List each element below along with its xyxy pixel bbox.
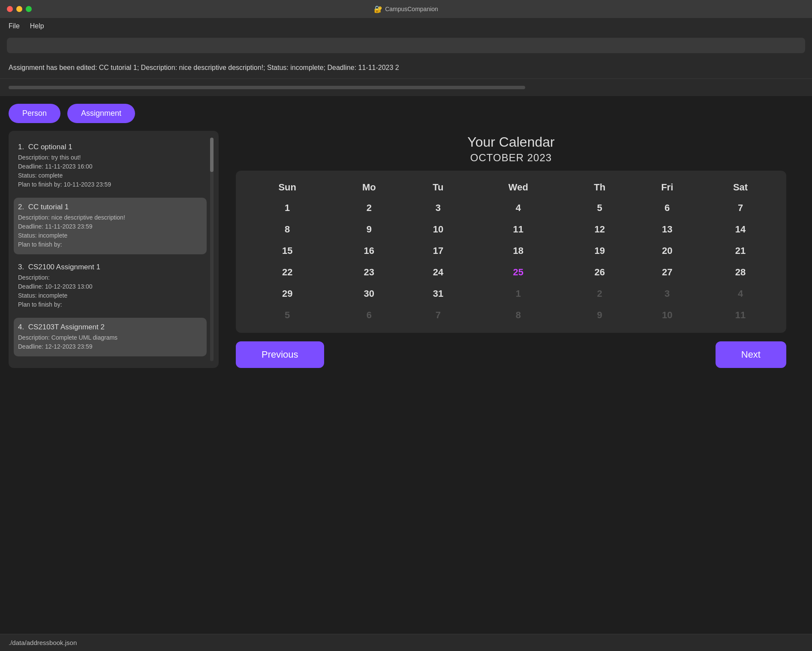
list-item[interactable]: 3. CS2100 Assignment 1 Description: Dead… — [14, 258, 207, 314]
table-row[interactable]: 1 — [243, 197, 332, 219]
table-row: 6 — [332, 304, 406, 326]
table-row[interactable]: 11 — [470, 219, 567, 240]
table-row[interactable]: 3 — [406, 197, 470, 219]
table-row: 10 — [633, 304, 701, 326]
nav-buttons: Previous Next — [236, 333, 786, 368]
table-row: 1 — [470, 283, 567, 304]
status-bar: ./data/addressbook.json — [0, 634, 812, 651]
main-content: 1. CC optional 1 Description: try this o… — [0, 131, 812, 377]
menu-bar: File Help — [0, 18, 812, 34]
next-button[interactable]: Next — [716, 341, 786, 368]
table-row[interactable]: 8 — [243, 219, 332, 240]
close-button[interactable] — [7, 6, 13, 12]
notification-text: Assignment has been edited: CC tutorial … — [9, 64, 399, 72]
item-title: 4. CS2103T Assignment 2 — [18, 323, 202, 332]
item-plan: Plan to finish by: — [18, 300, 202, 309]
table-row[interactable]: 6 — [633, 197, 701, 219]
list-item[interactable]: 2. CC tutorial 1 Description: nice descr… — [14, 198, 207, 254]
table-row: 2 — [566, 283, 633, 304]
table-row[interactable]: 27 — [633, 262, 701, 283]
table-row[interactable]: 24 — [406, 262, 470, 283]
table-row[interactable]: 17 — [406, 240, 470, 262]
table-row[interactable]: 28 — [701, 262, 779, 283]
assignment-button[interactable]: Assignment — [67, 104, 135, 123]
item-description: Description: nice descriptive descriptio… — [18, 213, 202, 222]
item-title: 2. CC tutorial 1 — [18, 203, 202, 211]
calendar-grid: Sun Mo Tu Wed Th Fri Sat 1 2 3 — [236, 171, 786, 333]
vertical-scrollbar[interactable] — [210, 138, 214, 361]
item-deadline: Deadline: 10-12-2023 13:00 — [18, 282, 202, 291]
table-row[interactable]: 22 — [243, 262, 332, 283]
table-row[interactable]: 13 — [633, 219, 701, 240]
table-row[interactable]: 26 — [566, 262, 633, 283]
day-header-wed: Wed — [470, 178, 567, 197]
table-row[interactable]: 4 — [470, 197, 567, 219]
table-row[interactable]: 30 — [332, 283, 406, 304]
minimize-button[interactable] — [16, 6, 22, 12]
calendar-table: Sun Mo Tu Wed Th Fri Sat 1 2 3 — [243, 178, 779, 326]
table-row[interactable]: 23 — [332, 262, 406, 283]
traffic-lights — [7, 6, 32, 12]
status-path: ./data/addressbook.json — [9, 639, 77, 646]
table-row[interactable]: 16 — [332, 240, 406, 262]
table-row[interactable]: 12 — [566, 219, 633, 240]
table-row: 7 — [406, 304, 470, 326]
assignment-panel: 1. CC optional 1 Description: try this o… — [9, 131, 219, 368]
table-row: 8 — [470, 304, 567, 326]
assignment-list[interactable]: 1. CC optional 1 Description: try this o… — [14, 138, 207, 361]
item-status: Status: complete — [18, 171, 202, 180]
table-row[interactable]: 14 — [701, 219, 779, 240]
list-item[interactable]: 4. CS2103T Assignment 2 Description: Com… — [14, 318, 207, 356]
item-plan: Plan to finish by: 10-11-2023 23:59 — [18, 180, 202, 189]
day-header-tu: Tu — [406, 178, 470, 197]
list-item[interactable]: 1. CC optional 1 Description: try this o… — [14, 138, 207, 194]
table-row[interactable]: 29 — [243, 283, 332, 304]
calendar-title: Your Calendar — [236, 134, 786, 150]
today-date[interactable]: 25 — [470, 262, 567, 283]
item-deadline: Deadline: 12-12-2023 23:59 — [18, 342, 202, 351]
table-row[interactable]: 31 — [406, 283, 470, 304]
day-header-sun: Sun — [243, 178, 332, 197]
day-header-mo: Mo — [332, 178, 406, 197]
table-row[interactable]: 9 — [332, 219, 406, 240]
day-header-sat: Sat — [701, 178, 779, 197]
scrollbar-area — [0, 79, 812, 96]
item-description: Description: try this out! — [18, 153, 202, 162]
table-row[interactable]: 5 — [566, 197, 633, 219]
day-header-th: Th — [566, 178, 633, 197]
toolbar-input[interactable] — [7, 38, 805, 53]
item-description: Description: — [18, 273, 202, 282]
calendar-panel: Your Calendar OCTOBER 2023 Sun Mo Tu Wed… — [219, 131, 803, 368]
scrollbar-thumb — [210, 138, 214, 172]
person-button[interactable]: Person — [9, 104, 60, 123]
table-row[interactable]: 2 — [332, 197, 406, 219]
calendar-month: OCTOBER 2023 — [236, 152, 786, 164]
horizontal-scrollbar[interactable] — [9, 86, 525, 89]
table-row[interactable]: 7 — [701, 197, 779, 219]
app-icon: 🔐 — [374, 5, 382, 13]
previous-button[interactable]: Previous — [236, 341, 324, 368]
title-bar: 🔐 CampusCompanion — [0, 0, 812, 18]
table-row: 11 — [701, 304, 779, 326]
menu-help[interactable]: Help — [30, 22, 44, 30]
item-deadline: Deadline: 11-11-2023 23:59 — [18, 222, 202, 231]
table-row[interactable]: 21 — [701, 240, 779, 262]
notification-bar: Assignment has been edited: CC tutorial … — [0, 57, 812, 79]
table-row: 4 — [701, 283, 779, 304]
table-row[interactable]: 19 — [566, 240, 633, 262]
table-row[interactable]: 20 — [633, 240, 701, 262]
item-title: 1. CC optional 1 — [18, 143, 202, 151]
table-row[interactable]: 15 — [243, 240, 332, 262]
table-row: 5 — [243, 304, 332, 326]
day-header-fri: Fri — [633, 178, 701, 197]
table-row[interactable]: 18 — [470, 240, 567, 262]
buttons-row: Person Assignment — [0, 96, 812, 131]
table-row[interactable]: 10 — [406, 219, 470, 240]
item-status: Status: incomplete — [18, 231, 202, 240]
app-title: 🔐 CampusCompanion — [374, 5, 438, 13]
maximize-button[interactable] — [26, 6, 32, 12]
menu-file[interactable]: File — [9, 22, 20, 30]
item-title: 3. CS2100 Assignment 1 — [18, 263, 202, 271]
table-row: 3 — [633, 283, 701, 304]
item-plan: Plan to finish by: — [18, 240, 202, 249]
